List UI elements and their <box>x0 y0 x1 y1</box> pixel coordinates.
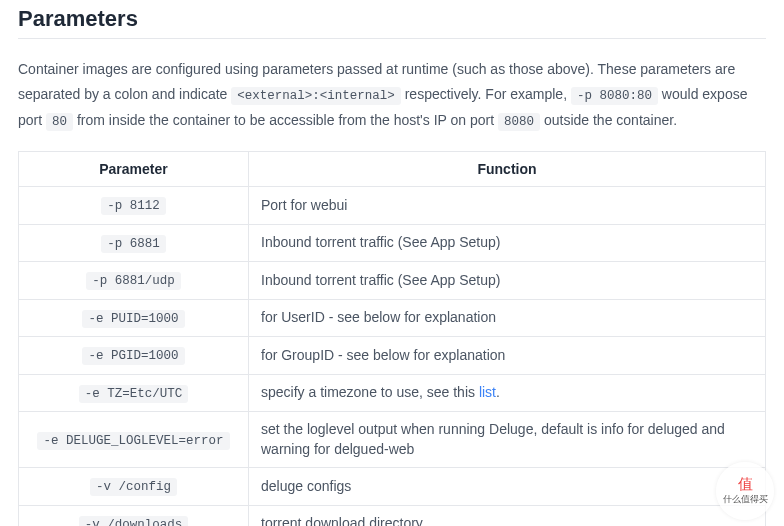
smzdm-icon: 值 <box>738 476 753 491</box>
inline-code-external-internal: <external>:<internal> <box>231 87 401 105</box>
function-cell: deluge configs <box>249 468 766 506</box>
function-cell: Port for webui <box>249 187 766 225</box>
parameter-code: -p 6881 <box>101 235 166 253</box>
parameter-code: -e PGID=1000 <box>82 347 184 365</box>
column-header-parameter: Parameter <box>19 152 249 187</box>
heading-divider <box>18 38 766 39</box>
table-row: -v /downloadstorrent download directory <box>19 505 766 526</box>
table-row: -e PGID=1000for GroupID - see below for … <box>19 337 766 375</box>
function-cell: for GroupID - see below for explanation <box>249 337 766 375</box>
inline-code-port-80: 80 <box>46 113 73 131</box>
intro-text: outside the container. <box>544 112 677 128</box>
parameter-code: -v /config <box>90 478 177 496</box>
parameter-cell: -v /config <box>19 468 249 506</box>
timezone-list-link[interactable]: list <box>479 384 496 400</box>
intro-text: from inside the container to be accessib… <box>77 112 498 128</box>
parameter-code: -e PUID=1000 <box>82 310 184 328</box>
parameter-cell: -p 6881 <box>19 224 249 262</box>
function-cell: Inbound torrent traffic (See App Setup) <box>249 262 766 300</box>
parameters-table: Parameter Function -p 8112Port for webui… <box>18 151 766 526</box>
column-header-function: Function <box>249 152 766 187</box>
section-heading: Parameters <box>18 6 766 32</box>
parameter-code: -v /downloads <box>79 516 189 526</box>
inline-code-port-8080: 8080 <box>498 113 540 131</box>
function-text: . <box>496 384 500 400</box>
function-text: specify a timezone to use, see this <box>261 384 479 400</box>
parameter-cell: -e TZ=Etc/UTC <box>19 374 249 412</box>
parameter-code: -p 6881/udp <box>86 272 181 290</box>
table-row: -p 6881Inbound torrent traffic (See App … <box>19 224 766 262</box>
parameter-cell: -p 6881/udp <box>19 262 249 300</box>
table-row: -e TZ=Etc/UTCspecify a timezone to use, … <box>19 374 766 412</box>
parameter-cell: -e PGID=1000 <box>19 337 249 375</box>
table-header-row: Parameter Function <box>19 152 766 187</box>
function-cell: set the loglevel output when running Del… <box>249 412 766 468</box>
intro-paragraph: Container images are configured using pa… <box>18 57 766 133</box>
parameter-code: -e TZ=Etc/UTC <box>79 385 189 403</box>
inline-code-port-example: -p 8080:80 <box>571 87 658 105</box>
parameter-code: -p 8112 <box>101 197 166 215</box>
parameter-cell: -e DELUGE_LOGLEVEL=error <box>19 412 249 468</box>
function-cell: torrent download directory <box>249 505 766 526</box>
function-cell: Inbound torrent traffic (See App Setup) <box>249 224 766 262</box>
function-cell: for UserID - see below for explanation <box>249 299 766 337</box>
parameter-cell: -e PUID=1000 <box>19 299 249 337</box>
parameter-cell: -v /downloads <box>19 505 249 526</box>
smzdm-watermark: 值 什么值得买 <box>716 462 774 520</box>
function-cell: specify a timezone to use, see this list… <box>249 374 766 412</box>
table-row: -p 6881/udpInbound torrent traffic (See … <box>19 262 766 300</box>
table-row: -v /configdeluge configs <box>19 468 766 506</box>
intro-text: respectively. For example, <box>405 86 571 102</box>
parameter-code: -e DELUGE_LOGLEVEL=error <box>37 432 229 450</box>
parameter-cell: -p 8112 <box>19 187 249 225</box>
table-row: -e DELUGE_LOGLEVEL=errorset the loglevel… <box>19 412 766 468</box>
table-row: -p 8112Port for webui <box>19 187 766 225</box>
table-row: -e PUID=1000for UserID - see below for e… <box>19 299 766 337</box>
smzdm-text: 什么值得买 <box>723 493 768 506</box>
